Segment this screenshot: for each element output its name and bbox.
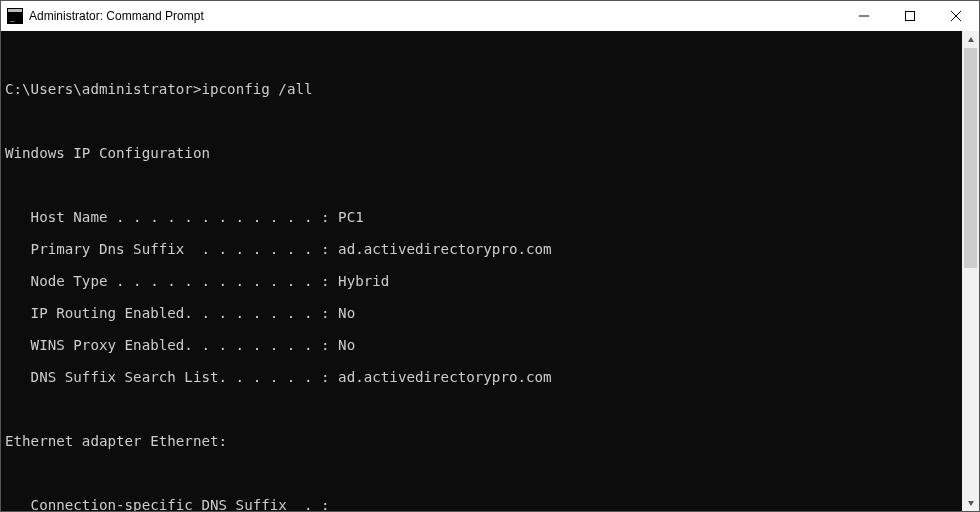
config-line: WINS Proxy Enabled. . . . . . . . : No (5, 337, 958, 353)
prompt-line: C:\Users\administrator>ipconfig /all (5, 81, 958, 97)
window-title: Administrator: Command Prompt (29, 9, 204, 23)
svg-marker-7 (968, 37, 974, 42)
scroll-track[interactable] (962, 48, 979, 494)
close-button[interactable] (933, 1, 979, 31)
blank-line (5, 401, 958, 417)
config-line: Primary Dns Suffix . . . . . . . : ad.ac… (5, 241, 958, 257)
config-line: Host Name . . . . . . . . . . . . : PC1 (5, 209, 958, 225)
maximize-button[interactable] (887, 1, 933, 31)
command-text: ipconfig /all (201, 81, 312, 97)
command-prompt-window: _ Administrator: Command Prompt C:\Users… (0, 0, 980, 512)
svg-marker-8 (968, 501, 974, 506)
cmd-icon: _ (7, 8, 23, 24)
blank-line (5, 49, 958, 65)
config-line: DNS Suffix Search List. . . . . . : ad.a… (5, 369, 958, 385)
config-line: Node Type . . . . . . . . . . . . : Hybr… (5, 273, 958, 289)
blank-line (5, 113, 958, 129)
scroll-up-button[interactable] (962, 31, 979, 48)
section-header: Ethernet adapter Ethernet: (5, 433, 958, 449)
terminal-output[interactable]: C:\Users\administrator>ipconfig /all Win… (1, 31, 962, 511)
titlebar[interactable]: _ Administrator: Command Prompt (1, 1, 979, 31)
section-header: Windows IP Configuration (5, 145, 958, 161)
prompt-path: C:\Users\administrator> (5, 81, 201, 97)
scrollbar[interactable] (962, 31, 979, 511)
blank-line (5, 465, 958, 481)
svg-rect-4 (906, 12, 915, 21)
scroll-thumb[interactable] (964, 48, 977, 268)
svg-rect-1 (8, 9, 22, 12)
scroll-down-button[interactable] (962, 494, 979, 511)
svg-text:_: _ (10, 13, 15, 22)
config-line: IP Routing Enabled. . . . . . . . : No (5, 305, 958, 321)
window-controls (841, 1, 979, 31)
minimize-button[interactable] (841, 1, 887, 31)
adapter-line: Connection-specific DNS Suffix . : (5, 497, 958, 511)
terminal-container: C:\Users\administrator>ipconfig /all Win… (1, 31, 979, 511)
blank-line (5, 177, 958, 193)
